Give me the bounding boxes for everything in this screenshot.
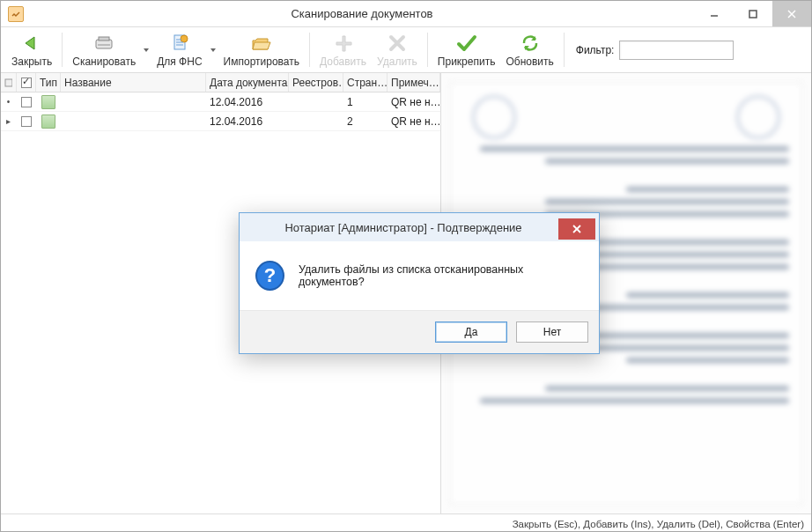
fns-label: Для ФНС <box>157 55 202 68</box>
row-note: QR не н… <box>388 96 440 108</box>
refresh-label: Обновить <box>506 55 553 68</box>
minimize-button[interactable] <box>695 1 734 26</box>
row-pages: 1 <box>343 96 388 108</box>
scan-dropdown[interactable] <box>141 29 151 70</box>
add-label: Добавить <box>320 55 366 68</box>
row-indicator: ▸ <box>1 116 17 126</box>
row-checkbox[interactable] <box>17 97 36 107</box>
dialog-body: ? Удалить файлы из списка отсканированны… <box>240 241 599 311</box>
import-label: Импортировать <box>224 55 299 68</box>
close-label: Закрыть <box>11 55 52 68</box>
no-button[interactable]: Нет <box>516 321 588 343</box>
row-indicator: • <box>1 97 17 107</box>
header-pages[interactable]: Стран… <box>343 73 388 92</box>
refresh-button[interactable]: Обновить <box>500 29 558 70</box>
header-reestr[interactable]: Реестров… <box>289 73 343 92</box>
row-type <box>36 115 61 129</box>
header-note[interactable]: Примеч… <box>388 73 440 92</box>
window-title: Сканирование документов <box>29 7 695 20</box>
delete-label: Удалить <box>377 55 417 68</box>
confirm-dialog: Нотариат [Администратор] - Подтверждение… <box>239 212 600 354</box>
header-checkbox[interactable] <box>17 73 36 92</box>
close-button[interactable] <box>772 1 811 26</box>
toolbar: Закрыть Сканировать Для ФНС Импортироват… <box>1 27 811 73</box>
attach-button[interactable]: Прикрепить <box>432 29 501 70</box>
document-badge-icon <box>169 32 190 55</box>
header-selector[interactable] <box>1 73 17 92</box>
header-name[interactable]: Название <box>61 73 206 92</box>
check-icon <box>456 32 477 55</box>
image-icon <box>41 95 55 109</box>
no-label: Нет <box>543 326 561 338</box>
close-tool-button[interactable]: Закрыть <box>6 29 57 70</box>
add-button: Добавить <box>314 29 372 70</box>
refresh-icon <box>520 32 541 55</box>
filter-label: Фильтр: <box>576 44 615 56</box>
svg-rect-1 <box>749 11 757 18</box>
dialog-buttons: Да Нет <box>240 311 599 353</box>
fns-dropdown[interactable] <box>208 29 218 70</box>
import-button[interactable]: Импортировать <box>218 29 305 70</box>
row-note: QR не н… <box>388 115 440 128</box>
dialog-title: Нотариат [Администратор] - Подтверждение <box>248 221 558 234</box>
folder-open-icon <box>250 32 273 55</box>
table-row[interactable]: ▸ 12.04.2016 2 QR не н… <box>1 112 440 131</box>
svg-point-8 <box>181 35 188 42</box>
row-type <box>36 95 61 109</box>
plus-icon <box>334 32 353 55</box>
image-icon <box>41 115 55 129</box>
filter-box: Фильтр: <box>569 29 742 70</box>
statusbar: Закрыть (Esc), Добавить (Ins), Удалить (… <box>1 514 811 532</box>
fns-button[interactable]: Для ФНС <box>151 29 207 70</box>
dialog-titlebar: Нотариат [Администратор] - Подтверждение <box>240 213 599 241</box>
scanner-icon <box>92 32 115 55</box>
table-row[interactable]: • 12.04.2016 1 QR не н… <box>1 92 440 112</box>
svg-rect-12 <box>5 79 12 86</box>
row-pages: 2 <box>343 115 388 128</box>
grid-header: Тип Название Дата документа Реестров… Ст… <box>1 73 440 92</box>
yes-button[interactable]: Да <box>435 321 507 343</box>
dialog-message: Удалить файлы из списка отсканированных … <box>299 263 583 288</box>
window-controls <box>695 1 811 26</box>
filter-input[interactable] <box>619 41 734 60</box>
yes-label: Да <box>465 326 478 338</box>
header-date[interactable]: Дата документа <box>206 73 289 92</box>
row-date: 12.04.2016 <box>206 115 289 128</box>
arrow-left-icon <box>21 32 42 55</box>
statusbar-hint: Закрыть (Esc), Добавить (Ins), Удалить (… <box>513 519 804 529</box>
question-icon: ? <box>255 261 284 291</box>
delete-button: Удалить <box>372 29 423 70</box>
maximize-button[interactable] <box>734 1 772 26</box>
x-icon <box>388 32 407 55</box>
titlebar: Сканирование документов <box>1 1 811 27</box>
dialog-close-button[interactable] <box>558 218 595 240</box>
header-type[interactable]: Тип <box>36 73 61 92</box>
scan-button[interactable]: Сканировать <box>67 29 141 70</box>
attach-label: Прикрепить <box>438 55 496 68</box>
row-date: 12.04.2016 <box>206 96 289 108</box>
svg-rect-5 <box>99 37 109 41</box>
scan-label: Сканировать <box>72 55 136 68</box>
app-icon <box>8 6 24 22</box>
row-checkbox[interactable] <box>17 116 36 127</box>
svg-rect-6 <box>98 44 110 46</box>
